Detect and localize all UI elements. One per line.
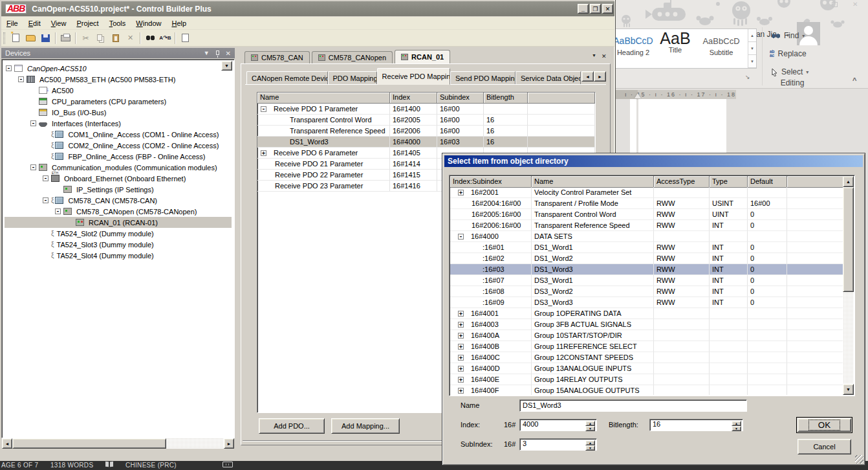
tab-rcan_01[interactable]: RCAN_01 (395, 50, 450, 63)
language-status[interactable]: CHINESE (PRC) (125, 462, 177, 469)
directory-row[interactable]: +16#400BGroup 11REFERENCE SELECT (450, 341, 843, 352)
column-header[interactable]: Name (532, 176, 654, 188)
menu-project[interactable]: Project (71, 19, 103, 27)
dialog-vertical-scrollbar[interactable]: ▲ ▼ (843, 176, 854, 395)
close-window-icon[interactable]: ✕ (852, 1, 858, 8)
tree-item[interactable]: -Communication_modules (Communication mo… (5, 162, 232, 173)
directory-row[interactable]: +16#400EGroup 14RELAY OUTPUTS (450, 374, 843, 385)
plus-box-icon[interactable]: + (458, 355, 464, 361)
directory-row[interactable]: +16#400AGroup 10START/STOP/DIR (450, 330, 843, 341)
subtab-service-data-object[interactable]: Service Data Object (515, 71, 581, 85)
add-mapping-button[interactable]: Add Mapping... (331, 418, 400, 434)
plus-box-icon[interactable]: + (458, 366, 464, 372)
directory-row[interactable]: +16#4003Group 3FB ACTUAL SIGNALS (450, 319, 843, 330)
gallery-more-icon[interactable]: ▼ (748, 55, 756, 68)
ok-button[interactable]: OK (796, 417, 852, 433)
find-button[interactable]: Find ▾ (771, 31, 805, 40)
scrollbar-thumb[interactable] (12, 438, 166, 449)
subtab-scroll-right-icon[interactable]: ► (594, 71, 606, 82)
tree-item[interactable]: -AC500_PM583_ETH (AC500 PM583-ETH) (5, 74, 232, 85)
bitlength-stepper[interactable]: 16 ▲▼ (649, 419, 743, 431)
gallery-scroll-up-icon[interactable]: ▲ (748, 29, 756, 42)
pdo-row[interactable]: Transparent Reference Speed16#200616#001… (257, 126, 595, 137)
column-header[interactable]: Bitlength (484, 93, 528, 104)
column-header[interactable]: Subindex (437, 93, 484, 104)
document-icon[interactable] (178, 32, 193, 45)
dialog-title-bar[interactable]: Select item from object directory (444, 155, 863, 167)
word-count[interactable]: 1318 WORDS (50, 462, 93, 469)
column-header[interactable]: Index (390, 93, 437, 104)
subtab-send-pdo-mapping[interactable]: Send PDO Mapping (450, 71, 515, 85)
panel-menu-icon[interactable]: ▼ (204, 50, 210, 56)
directory-row[interactable]: -16#4000DATA SETS (450, 231, 843, 242)
column-header[interactable]: Default (748, 176, 787, 188)
tab-list-icon[interactable]: ▼ (592, 53, 596, 62)
name-field[interactable]: DS1_Word3 (519, 399, 747, 412)
plus-box-icon[interactable]: + (458, 344, 464, 350)
minus-box-icon[interactable]: - (261, 106, 266, 112)
styles-dialog-launcher-icon[interactable]: ↘ (745, 74, 750, 80)
replace-button[interactable]: abac Replace (770, 49, 807, 58)
directory-row[interactable]: +16#4001Group 1OPERATING DATA (450, 308, 843, 319)
tree-item[interactable]: ξTA524_Slot2 (Dummy module) (5, 228, 232, 239)
pin-icon[interactable] (216, 50, 219, 55)
scroll-down-icon[interactable]: ▼ (843, 384, 854, 395)
minus-box-icon[interactable]: - (43, 197, 49, 203)
proofing-icon[interactable] (105, 462, 113, 467)
plus-box-icon[interactable]: + (458, 190, 464, 196)
style-title[interactable]: AaB Title (655, 30, 695, 67)
spin-down-icon[interactable]: ▼ (732, 426, 741, 431)
style-subtitle[interactable]: AaBbCcD Subtitle (697, 30, 746, 67)
keyboard-icon[interactable] (222, 462, 233, 467)
tree-item[interactable]: -Interfaces (Interfaces) (5, 118, 232, 129)
directory-row[interactable]: :16#03DS1_Word3RWWINT0 (450, 264, 843, 275)
scroll-up-icon[interactable]: ▲ (843, 176, 854, 187)
plus-box-icon[interactable]: + (458, 333, 464, 339)
select-button[interactable]: Select ▾ (771, 67, 808, 76)
tree-item[interactable]: ξCOM1_Online_Access (COM1 - Online Acces… (5, 129, 232, 140)
copy-icon[interactable] (93, 32, 108, 45)
directory-row[interactable]: +16#400DGroup 13ANALOGUE INPUTS (450, 363, 843, 374)
tree-item[interactable]: -CanOpen-ACS510 (5, 63, 232, 74)
spin-up-icon[interactable]: ▲ (585, 440, 595, 445)
tree-item[interactable]: ξTA524_Slot3 (Dummy module) (5, 239, 232, 250)
minus-box-icon[interactable]: - (458, 234, 464, 240)
column-header[interactable]: Index:Subindex (450, 176, 532, 188)
tree-item[interactable]: IO_Bus (I/O-Bus) (5, 107, 232, 118)
tree-item[interactable]: -ξCM578_CAN (CM578-CAN) (5, 195, 232, 206)
spin-down-icon[interactable]: ▼ (585, 445, 595, 451)
spin-up-icon[interactable]: ▲ (732, 421, 741, 426)
menu-edit[interactable]: Edit (23, 19, 46, 27)
directory-row[interactable]: +16#2001Velocity Control Parameter Set (450, 187, 843, 198)
directory-row[interactable]: 16#2006:16#00Transparent Reference Speed… (450, 220, 843, 231)
spin-up-icon[interactable]: ▲ (585, 421, 595, 426)
directory-row[interactable]: 16#2004:16#00Transparent / Profile ModeR… (450, 198, 843, 209)
find-icon[interactable] (143, 32, 158, 45)
column-header[interactable]: AccessType (654, 176, 710, 188)
directory-row[interactable]: +16#400FGroup 15ANALOGUE OUTPUTS (450, 385, 843, 395)
subtab-canopen-remote-device[interactable]: CANopen Remote Device (246, 71, 328, 85)
pdo-row[interactable]: Transparent Control Word16#200516#0016 (257, 115, 595, 126)
scroll-right-icon[interactable]: ► (224, 438, 234, 449)
menu-window[interactable]: Window (131, 19, 166, 27)
directory-row[interactable]: :16#09DS3_Word3RWWINT0 (450, 297, 843, 308)
open-icon[interactable] (23, 32, 38, 45)
tree-item[interactable]: AC500 (5, 85, 232, 96)
plus-box-icon[interactable]: + (458, 388, 464, 394)
minus-box-icon[interactable]: - (30, 120, 36, 126)
menu-view[interactable]: View (46, 19, 72, 27)
cancel-button[interactable]: Cancel (797, 439, 851, 454)
spin-down-icon[interactable]: ▼ (585, 426, 595, 431)
tree-item[interactable]: ξTA524_Slot4 (Dummy module) (5, 250, 232, 261)
devices-horizontal-scrollbar[interactable]: ◄ ► (2, 438, 234, 449)
plus-box-icon[interactable]: + (458, 311, 464, 317)
tab-close-icon[interactable]: ✕ (602, 53, 607, 62)
tree-item[interactable]: ξFBP_Online_Access (FBP - Online Access) (5, 151, 232, 162)
add-pdo-button[interactable]: Add PDO... (259, 418, 325, 434)
gallery-scroll-down-icon[interactable]: ▼ (748, 42, 756, 55)
close-button[interactable]: ✕ (602, 4, 613, 14)
collapse-ribbon-icon[interactable]: ^ (852, 76, 856, 84)
maximize-button[interactable]: ❐ (590, 4, 601, 14)
index-stepper[interactable]: 4000 ▲▼ (519, 419, 597, 431)
subtab-pdo-mapping[interactable]: PDO Mapping (328, 71, 377, 85)
